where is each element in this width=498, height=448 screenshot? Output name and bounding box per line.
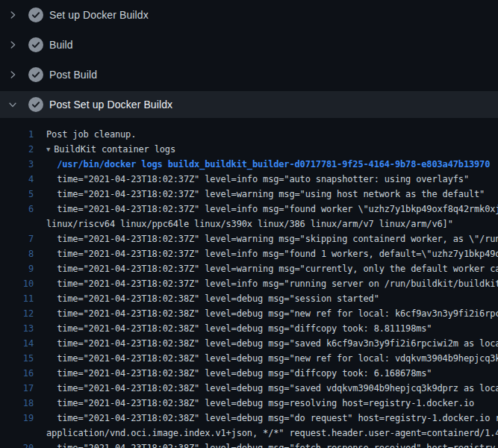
log-line-number[interactable]: 17: [0, 381, 34, 396]
log-line: 8 time="2021-04-23T18:02:37Z" level=info…: [0, 246, 498, 261]
log-line: 9 time="2021-04-23T18:02:37Z" level=warn…: [0, 261, 498, 276]
check-circle-icon: [28, 7, 43, 22]
log-line-text: Post job cleanup.: [46, 127, 498, 142]
chevron-down-icon[interactable]: [7, 99, 19, 110]
log-line: 2▼BuildKit container logs: [0, 142, 498, 157]
actions-log-viewer: Set up Docker BuildxBuildPost BuildPost …: [0, 0, 498, 448]
log-line: 13 time="2021-04-23T18:02:38Z" level=deb…: [0, 321, 498, 336]
log-line: 18 time="2021-04-23T18:02:38Z" level=deb…: [0, 396, 498, 411]
log-line-number[interactable]: 20: [0, 441, 34, 448]
log-command-text: /usr/bin/docker logs buildx_buildkit_bui…: [46, 157, 498, 172]
log-line-number-empty: [0, 217, 34, 231]
log-line-number[interactable]: 16: [0, 366, 34, 381]
job-steps-list: Set up Docker BuildxBuildPost BuildPost …: [0, 0, 498, 448]
log-line-number[interactable]: 2: [0, 142, 34, 157]
log-line-number[interactable]: 3: [0, 157, 34, 172]
triangle-down-icon: ▼: [46, 142, 50, 157]
log-line: 12 time="2021-04-23T18:02:38Z" level=deb…: [0, 306, 498, 321]
log-line: 10 time="2021-04-23T18:02:37Z" level=inf…: [0, 276, 498, 291]
step-header-set-up-docker-buildx[interactable]: Set up Docker Buildx: [0, 0, 498, 30]
step-header-build[interactable]: Build: [0, 30, 498, 60]
log-line-text: application/vnd.oci.image.index.v1+json,…: [46, 426, 498, 441]
log-line-text: time="2021-04-23T18:02:38Z" level=debug …: [46, 381, 498, 396]
log-line: 16 time="2021-04-23T18:02:38Z" level=deb…: [0, 366, 498, 381]
log-line-text: time="2021-04-23T18:02:38Z" level=debug …: [46, 336, 498, 351]
step-header-post-build[interactable]: Post Build: [0, 60, 498, 90]
log-line-text: time="2021-04-23T18:02:37Z" level=info m…: [46, 202, 498, 217]
log-line-text: time="2021-04-23T18:02:38Z" level=debug …: [46, 411, 498, 426]
log-group-label: BuildKit container logs: [54, 144, 175, 155]
log-line: 17 time="2021-04-23T18:02:38Z" level=deb…: [0, 381, 498, 396]
check-circle-icon: [28, 67, 43, 82]
log-line-number[interactable]: 10: [0, 276, 34, 291]
log-line-text: time="2021-04-23T18:02:37Z" level=info m…: [46, 276, 498, 291]
log-line: 7 time="2021-04-23T18:02:37Z" level=warn…: [0, 231, 498, 246]
log-line: 20 time="2021-04-23T18:02:38Z" level=deb…: [0, 441, 498, 448]
log-line-number[interactable]: 1: [0, 127, 34, 142]
step-label: Set up Docker Buildx: [49, 9, 149, 21]
log-line: 3 /usr/bin/docker logs buildx_buildkit_b…: [0, 157, 498, 172]
check-circle-icon: [28, 97, 43, 112]
log-line-text: time="2021-04-23T18:02:37Z" level=warnin…: [46, 261, 498, 276]
log-line-text: time="2021-04-23T18:02:37Z" level=info m…: [46, 172, 498, 187]
log-line: 1Post job cleanup.: [0, 127, 498, 142]
log-line-number[interactable]: 19: [0, 411, 34, 426]
log-line-number[interactable]: 4: [0, 172, 34, 187]
step-label: Build: [49, 39, 73, 51]
log-line-number[interactable]: 7: [0, 231, 34, 246]
log-line: 6 time="2021-04-23T18:02:37Z" level=info…: [0, 202, 498, 217]
log-line-text: time="2021-04-23T18:02:38Z" level=debug …: [46, 441, 498, 448]
log-line-text: time="2021-04-23T18:02:38Z" level=debug …: [46, 306, 498, 321]
step-header-post-set-up-docker-buildx[interactable]: Post Set up Docker Buildx: [0, 91, 498, 118]
log-line: 15 time="2021-04-23T18:02:38Z" level=deb…: [0, 351, 498, 366]
log-line: 4 time="2021-04-23T18:02:37Z" level=info…: [0, 172, 498, 187]
log-line-text: time="2021-04-23T18:02:38Z" level=debug …: [46, 321, 498, 336]
log-line-number[interactable]: 9: [0, 261, 34, 276]
log-line-continuation: linux/riscv64 linux/ppc64le linux/s390x …: [0, 217, 498, 231]
log-line-number[interactable]: 5: [0, 187, 34, 202]
log-line-number[interactable]: 12: [0, 306, 34, 321]
log-line-text: time="2021-04-23T18:02:37Z" level=info m…: [46, 246, 498, 261]
chevron-right-icon[interactable]: [7, 69, 19, 80]
log-line: 19 time="2021-04-23T18:02:38Z" level=deb…: [0, 411, 498, 426]
log-group-toggle[interactable]: ▼BuildKit container logs: [46, 142, 498, 157]
log-line-text: time="2021-04-23T18:02:37Z" level=warnin…: [46, 231, 498, 246]
log-line-number[interactable]: 18: [0, 396, 34, 411]
log-line: 14 time="2021-04-23T18:02:38Z" level=deb…: [0, 336, 498, 351]
log-line-text: linux/riscv64 linux/ppc64le linux/s390x …: [46, 217, 498, 231]
log-line-text: time="2021-04-23T18:02:38Z" level=debug …: [46, 291, 498, 306]
chevron-right-icon[interactable]: [7, 10, 19, 20]
log-line-number[interactable]: 15: [0, 351, 34, 366]
step-label: Post Build: [49, 69, 97, 81]
log-line-number[interactable]: 14: [0, 336, 34, 351]
check-circle-icon: [28, 37, 43, 52]
log-line-number[interactable]: 8: [0, 246, 34, 261]
chevron-right-icon[interactable]: [7, 40, 19, 50]
log-line: 5 time="2021-04-23T18:02:37Z" level=warn…: [0, 187, 498, 202]
log-line-continuation: application/vnd.oci.image.index.v1+json,…: [0, 426, 498, 441]
log-line-number[interactable]: 11: [0, 291, 34, 306]
log-line-text: time="2021-04-23T18:02:38Z" level=debug …: [46, 396, 498, 411]
log-line-text: time="2021-04-23T18:02:37Z" level=warnin…: [46, 187, 498, 202]
log-line-number[interactable]: 6: [0, 202, 34, 217]
log-line-number[interactable]: 13: [0, 321, 34, 336]
log-line-text: time="2021-04-23T18:02:38Z" level=debug …: [46, 366, 498, 381]
log-line-number-empty: [0, 426, 34, 441]
step-label: Post Set up Docker Buildx: [49, 99, 172, 111]
step-log-output: 1Post job cleanup.2▼BuildKit container l…: [0, 118, 498, 448]
log-line-text: time="2021-04-23T18:02:38Z" level=debug …: [46, 351, 498, 366]
log-line: 11 time="2021-04-23T18:02:38Z" level=deb…: [0, 291, 498, 306]
